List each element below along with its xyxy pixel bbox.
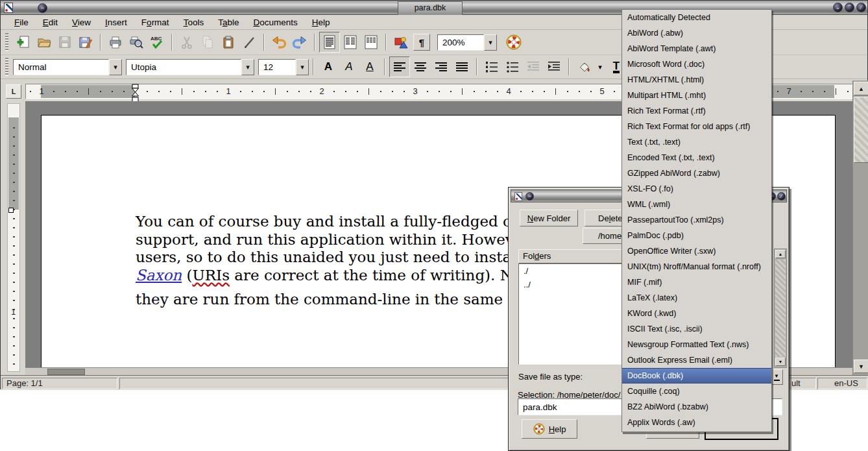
dialog-menu-button[interactable]: − xyxy=(525,192,534,201)
numbered-list-button[interactable] xyxy=(481,56,502,77)
new-folder-button[interactable]: New Folder xyxy=(520,210,578,226)
italic-button[interactable]: A xyxy=(339,56,359,77)
menu-table[interactable]: Table xyxy=(211,16,246,29)
paste-button[interactable] xyxy=(218,32,239,53)
menu-insert[interactable]: Insert xyxy=(98,16,134,29)
cut-button[interactable] xyxy=(176,32,197,53)
align-justify-button[interactable] xyxy=(452,56,472,77)
copy-button[interactable] xyxy=(197,32,218,53)
align-left-button[interactable] xyxy=(389,56,410,77)
align-right-button[interactable] xyxy=(431,56,452,77)
menu-documents[interactable]: Documents xyxy=(246,16,304,29)
menu-view[interactable]: View xyxy=(65,16,98,29)
format-option[interactable]: Microsoft Word (.doc) xyxy=(622,56,771,72)
format-option[interactable]: PassepartoutToo (.xml2ps) xyxy=(622,212,771,228)
format-option[interactable]: ISCII Text (.isc, .iscii) xyxy=(622,321,771,337)
save-button[interactable] xyxy=(54,32,75,53)
format-option[interactable]: Coquille (.coq) xyxy=(622,384,771,399)
file-format-dropdown[interactable]: Automatically DetectedAbiWord (.abw)AbiW… xyxy=(621,9,772,432)
format-option[interactable]: XSL-FO (.fo) xyxy=(622,181,771,197)
language-indicator[interactable]: en-US xyxy=(817,378,867,389)
toolbar-grip[interactable] xyxy=(5,33,8,51)
save-as-button[interactable] xyxy=(75,32,96,53)
vertical-scrollbar[interactable]: ▲ ▼ xyxy=(852,80,868,375)
format-option[interactable]: Automatically Detected xyxy=(622,10,771,25)
scrollbar-trough[interactable] xyxy=(775,260,786,357)
scroll-down-icon[interactable]: ▼ xyxy=(854,360,868,373)
print-button[interactable] xyxy=(105,32,126,53)
vertical-ruler[interactable]: 1 xyxy=(7,103,20,372)
tab-selector-button[interactable]: L xyxy=(6,84,21,99)
horizontal-scrollbar-thumb[interactable] xyxy=(47,369,85,375)
format-option[interactable]: LaTeX (.latex) xyxy=(622,290,771,306)
format-option[interactable]: Multipart HTML (.mht) xyxy=(622,88,771,103)
increase-indent-button[interactable] xyxy=(544,56,564,77)
menu-file[interactable]: File xyxy=(7,16,36,29)
style-dropdown-arrow[interactable]: ▾ xyxy=(109,59,122,75)
format-option[interactable]: GZipped AbiWord (.zabw) xyxy=(622,165,771,181)
scroll-up-icon[interactable]: ▲ xyxy=(854,82,868,95)
undo-button[interactable] xyxy=(269,32,289,53)
format-option[interactable]: Newsgroup Formatted Text (.nws) xyxy=(622,337,771,352)
menu-edit[interactable]: Edit xyxy=(36,16,65,29)
bold-button[interactable]: A xyxy=(318,56,339,77)
style-select[interactable]: Normal xyxy=(13,59,109,75)
format-option[interactable]: Applix Words (.aw) xyxy=(622,415,771,430)
font-select[interactable]: Utopia xyxy=(126,59,241,75)
format-option[interactable]: DocBook (.dbk) xyxy=(622,368,771,384)
show-formatting-button[interactable]: ¶ xyxy=(413,34,430,51)
close-icon[interactable]: ⁄ xyxy=(856,3,866,12)
files-list-scrollbar[interactable]: ▲ ▼ xyxy=(774,249,787,368)
redo-button[interactable] xyxy=(289,32,310,53)
view-normal-button[interactable] xyxy=(319,32,340,53)
format-option[interactable]: Rich Text Format for old apps (.rtf) xyxy=(622,119,771,134)
vertical-scrollbar-thumb[interactable] xyxy=(854,97,868,163)
format-option[interactable]: AbiWord Template (.awt) xyxy=(622,41,771,56)
zoom-dropdown-arrow[interactable]: ▾ xyxy=(484,34,497,51)
font-size-select[interactable]: 12 xyxy=(258,59,296,75)
format-option[interactable]: Encoded Text (.txt, .text) xyxy=(622,150,771,165)
view-two-column-button[interactable] xyxy=(340,32,361,53)
insert-image-button[interactable] xyxy=(391,32,411,53)
scroll-up-icon[interactable]: ▲ xyxy=(775,250,786,258)
menu-tools[interactable]: Tools xyxy=(176,16,211,29)
format-option[interactable]: MIF (.mif) xyxy=(622,274,771,290)
bullet-list-button[interactable] xyxy=(502,56,523,77)
format-option[interactable]: Rich Text Format (.rtf) xyxy=(622,103,771,119)
spellcheck-button[interactable]: ABC xyxy=(147,32,167,53)
top-margin-marker[interactable] xyxy=(8,208,14,213)
view-three-column-button[interactable] xyxy=(361,32,381,53)
format-option[interactable]: PalmDoc (.pdb) xyxy=(622,228,771,243)
align-center-button[interactable] xyxy=(410,56,431,77)
hyperlink[interactable]: Saxon xyxy=(136,267,182,284)
decrease-indent-button[interactable] xyxy=(523,56,544,77)
format-option[interactable]: KWord (.kwd) xyxy=(622,306,771,321)
menu-help[interactable]: Help xyxy=(305,16,337,29)
scroll-down-icon[interactable]: ▼ xyxy=(775,358,786,366)
format-painter-button[interactable] xyxy=(239,32,259,53)
toolbar-grip[interactable] xyxy=(5,58,8,76)
print-preview-button[interactable] xyxy=(126,32,147,53)
format-option[interactable]: Outlook Express Email (.eml) xyxy=(622,352,771,368)
format-option[interactable]: WML (.wml) xyxy=(622,197,771,212)
dialog-close-icon[interactable]: ⁄ xyxy=(777,192,786,201)
format-option[interactable]: BZ2 AbiWord (.bzabw) xyxy=(622,399,771,415)
help-button[interactable] xyxy=(503,32,524,53)
file-type-dropdown-arrow[interactable]: ▼ xyxy=(770,369,783,385)
window-menu-button[interactable]: − xyxy=(38,3,47,13)
format-option[interactable]: AbiWord (.abw) xyxy=(622,25,771,41)
shade-icon[interactable]: ⌄ xyxy=(833,3,843,12)
open-button[interactable] xyxy=(34,32,54,53)
new-document-button[interactable] xyxy=(13,32,34,53)
font-size-dropdown-arrow[interactable]: ▾ xyxy=(296,59,309,75)
zoom-input[interactable]: 200% xyxy=(437,34,484,51)
menu-format[interactable]: Format xyxy=(134,16,176,29)
maximize-icon[interactable]: ⌃ xyxy=(845,3,854,12)
dialog-help-button[interactable]: Help xyxy=(522,419,577,439)
highlight-color-arrow[interactable]: ▾ xyxy=(594,56,606,77)
format-option[interactable]: OpenOffice Writer (.sxw) xyxy=(622,243,771,259)
underline-button[interactable]: A xyxy=(359,56,380,77)
format-option[interactable]: UNIX(tm) Nroff/Manual format (.nroff) xyxy=(622,259,771,274)
format-option[interactable]: Text (.txt, .text) xyxy=(622,134,771,150)
highlight-color-button[interactable] xyxy=(573,56,594,77)
